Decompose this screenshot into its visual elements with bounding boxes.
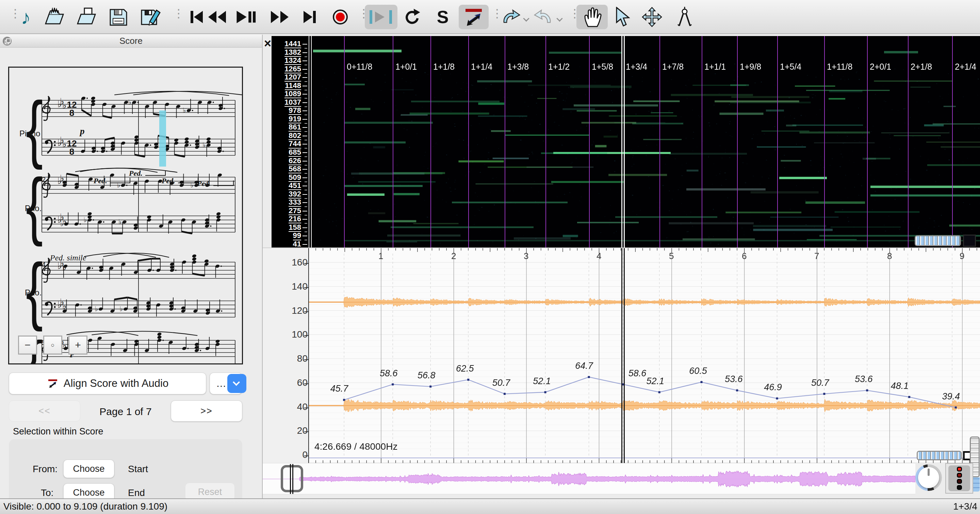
svg-text:♭: ♭ — [60, 220, 63, 227]
score-zoom-out-button[interactable]: − — [18, 336, 37, 355]
level-meter-button[interactable] — [945, 463, 973, 493]
navigate-tool[interactable] — [576, 5, 608, 29]
knob-pointer — [928, 468, 930, 476]
beat-label: 1+5/8 — [592, 62, 613, 72]
part-label: Pno. — [25, 288, 41, 297]
pedal-simile-marking: Ped. simile — [50, 253, 86, 262]
playback-speed-knob[interactable] — [915, 464, 942, 491]
beat-gridline — [702, 36, 702, 247]
tempo-point-label: 45.7 — [331, 384, 349, 393]
record-button[interactable] — [329, 5, 351, 29]
dynamic-marking: p — [80, 126, 85, 136]
redo-button[interactable] — [533, 5, 555, 29]
freq-tick-minor — [305, 131, 307, 132]
x-axis-label: 3 — [524, 251, 528, 262]
page-next-button[interactable]: >> — [171, 400, 242, 422]
spectrogram-pane[interactable]: × 14411382132412651207114810891037978919… — [263, 35, 980, 247]
beat-label: 1+1/4 — [471, 62, 492, 72]
tempo-point-label: 50.7 — [811, 378, 830, 388]
pedal-marking: Ped. — [197, 179, 234, 188]
x-axis-label: 4 — [597, 251, 601, 262]
measure-number: 4 — [42, 261, 46, 268]
svg-text:♭: ♭ — [95, 305, 98, 313]
tempo-waveform-pane[interactable]: × 45.758.656.862.550.752.164.758.652.160… — [263, 247, 980, 462]
tempo-point-label: 52.1 — [646, 376, 664, 386]
svg-text:♭: ♭ — [62, 301, 66, 311]
freq-label: 978 — [288, 106, 301, 115]
tempo-zoom-thumbwheel[interactable] — [917, 451, 962, 460]
beat-label: 2+1/4 — [955, 62, 976, 72]
freq-tick-major — [302, 94, 307, 95]
freq-tick-major — [302, 60, 307, 61]
save-button[interactable] — [108, 5, 129, 29]
choose-from-button[interactable]: Choose — [63, 460, 115, 478]
tempo-point-label: 60.5 — [689, 366, 708, 376]
play-pause-button[interactable] — [235, 5, 256, 29]
freq-tick-major — [302, 119, 307, 120]
play-selection-toggle[interactable] — [365, 5, 398, 29]
loop-toggle[interactable] — [401, 5, 423, 29]
tempo-playhead — [621, 248, 625, 463]
fast-forward-button[interactable] — [269, 5, 291, 29]
to-label: To: — [41, 487, 53, 498]
freq-tick-major — [302, 194, 307, 195]
tempo-plot[interactable]: 45.758.656.862.550.752.164.758.652.160.5… — [309, 248, 980, 463]
svg-text:♭: ♭ — [118, 218, 121, 225]
freq-tick-minor — [305, 65, 307, 65]
score-page[interactable]: {♭♭♭♭♭♭128128♭♭♭{♭♭♭♭♭♭♭♭♭♭♭{♭♭♭♭♭♭♭♭{♭♭… — [8, 67, 243, 365]
freq-tick-major — [302, 227, 307, 228]
y-axis-label: 100 — [292, 329, 308, 340]
select-tool[interactable] — [612, 5, 633, 29]
undo-menu-chevron-icon[interactable] — [523, 15, 529, 21]
undo-button[interactable] — [500, 5, 521, 29]
freq-tick-minor — [305, 48, 307, 49]
freq-tick-major — [302, 86, 307, 86]
rewind-button[interactable] — [206, 5, 228, 29]
tempo-point-label: 56.8 — [417, 370, 436, 381]
open-audio-button[interactable] — [43, 5, 65, 29]
freq-label: 685 — [288, 148, 301, 157]
svg-text:♭: ♭ — [202, 141, 205, 149]
part-label: Piano — [19, 129, 40, 138]
svg-text:♭: ♭ — [60, 363, 64, 365]
save-as-button[interactable] — [140, 5, 161, 29]
rewind-start-button[interactable] — [186, 5, 208, 29]
spectrogram-zoom-thumbwheel[interactable] — [915, 235, 961, 246]
overview-pane[interactable] — [263, 463, 915, 494]
close-spectrogram-icon[interactable]: × — [264, 37, 271, 50]
score-dock-header[interactable]: Score — [0, 35, 262, 48]
freq-label: 568 — [288, 165, 301, 173]
x-axis-label: 7 — [814, 251, 819, 262]
score-zoom-reset-button[interactable]: ○ — [43, 336, 62, 355]
freq-label: 744 — [288, 140, 301, 148]
freq-tick-major — [302, 161, 307, 162]
redo-menu-chevron-icon[interactable] — [556, 15, 563, 21]
freq-tick-minor — [305, 173, 307, 174]
align-dropdown-button[interactable] — [227, 374, 247, 393]
led-off — [957, 485, 962, 490]
undock-icon[interactable] — [3, 37, 11, 46]
beat-gridline — [659, 36, 660, 247]
freq-label: 1089 — [285, 90, 301, 98]
overview-waveform — [263, 463, 915, 494]
freq-tick-minor — [305, 148, 307, 149]
page-prev-button[interactable]: << — [9, 400, 80, 422]
freq-tick-major — [302, 169, 307, 170]
freq-tick-major — [302, 186, 307, 186]
y-axis-label: 40 — [297, 401, 308, 412]
open-file-button[interactable] — [76, 5, 97, 29]
score-zoom-in-button[interactable]: + — [68, 336, 88, 355]
skip-end-button[interactable] — [299, 5, 321, 29]
from-label: From: — [33, 464, 57, 474]
spectrogram-reset-box[interactable] — [963, 235, 976, 247]
freq-tick-major — [302, 202, 307, 203]
solo-toggle[interactable]: S — [431, 5, 453, 29]
beat-label: 1+1/2 — [548, 62, 570, 72]
align-toggle[interactable] — [459, 5, 488, 29]
edit-tool[interactable] — [641, 5, 663, 29]
measure-tool[interactable] — [674, 5, 695, 29]
align-score-button[interactable]: Align Score with Audio — [9, 373, 206, 394]
more-label: … — [216, 378, 226, 389]
to-value: End — [128, 487, 145, 498]
edit-cursor-line — [311, 36, 312, 247]
